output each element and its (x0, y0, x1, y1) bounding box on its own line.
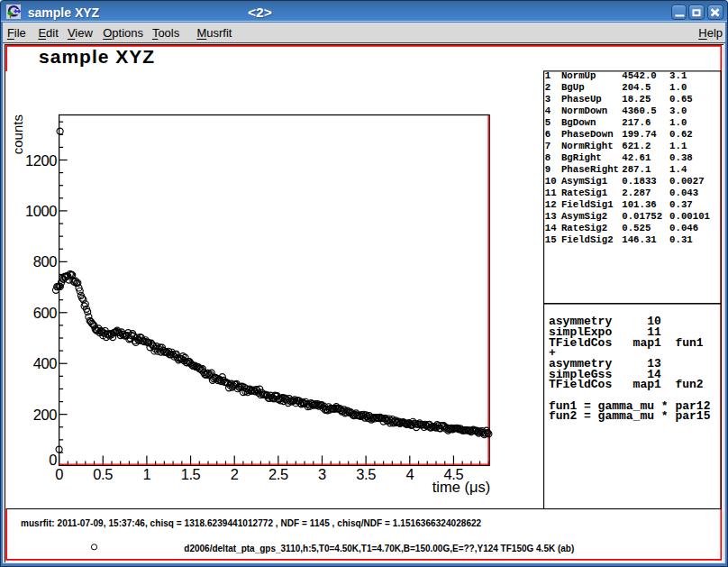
svg-text:3.5: 3.5 (356, 466, 376, 482)
svg-text:4: 4 (405, 466, 414, 482)
svg-text:800: 800 (33, 253, 58, 270)
svg-text:2: 2 (231, 466, 239, 482)
svg-text:0: 0 (55, 466, 63, 482)
svg-text:600: 600 (33, 305, 58, 321)
svg-text:1200: 1200 (25, 152, 57, 169)
svg-text:2.5: 2.5 (268, 466, 288, 482)
svg-text:1000: 1000 (25, 203, 57, 219)
svg-text:200: 200 (33, 407, 58, 423)
svg-text:400: 400 (33, 355, 58, 371)
svg-text:3: 3 (318, 466, 326, 482)
svg-text:0: 0 (49, 452, 57, 468)
svg-text:time (μs): time (μs) (432, 479, 491, 495)
svg-text:1.5: 1.5 (181, 466, 201, 482)
svg-text:0.5: 0.5 (93, 466, 113, 482)
svg-text:counts: counts (10, 114, 25, 154)
svg-text:1: 1 (143, 466, 151, 482)
